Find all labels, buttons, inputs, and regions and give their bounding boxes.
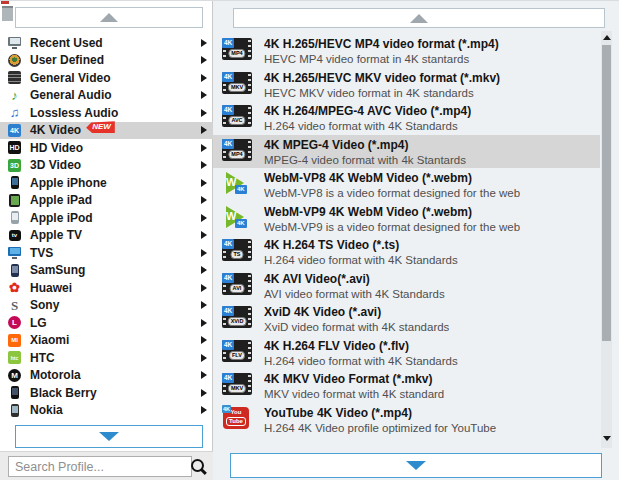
category-label: Apple iPhone bbox=[30, 176, 107, 190]
motorola-icon: M bbox=[7, 368, 22, 383]
format-subtitle: XviD video format with 4K standards bbox=[264, 320, 449, 334]
format-scroll-down-button[interactable] bbox=[230, 453, 602, 478]
scrollbar[interactable] bbox=[601, 31, 612, 448]
category-scroll-down-button[interactable] bbox=[15, 425, 203, 448]
category-item-general-video[interactable]: General Video bbox=[0, 69, 213, 87]
format-panel: 4KMP44K H.265/HEVC MP4 video format (*.m… bbox=[213, 1, 619, 480]
search-input[interactable] bbox=[8, 456, 192, 477]
4k-video-icon: 4K bbox=[7, 123, 22, 138]
format-subtitle: HEVC MKV video format in 4K standards bbox=[264, 86, 500, 100]
chevron-down-icon bbox=[406, 461, 426, 470]
format-item-4k-h-264-ts-video-ts[interactable]: 4KTS4K H.264 TS Video (*.ts)H.264 video … bbox=[213, 235, 600, 269]
category-item-apple-iphone[interactable]: Apple iPhone bbox=[0, 174, 213, 192]
category-item-lossless-audio[interactable]: ♫Lossless Audio bbox=[0, 104, 213, 122]
expand-arrow-icon bbox=[201, 161, 207, 169]
category-label: 4K Video bbox=[30, 123, 81, 137]
category-item-general-audio[interactable]: ♪General Audio bbox=[0, 87, 213, 105]
apple-iphone-icon bbox=[7, 175, 22, 190]
format-item-4k-h-264-mpeg-4-avc-video-mp4[interactable]: 4KAVC4K H.264/MPEG-4 AVC Video (*.mp4)H.… bbox=[213, 101, 600, 135]
format-title: WebM-VP8 4K WebM Video (*.webm) bbox=[264, 170, 520, 186]
format-scroll-up-button[interactable] bbox=[233, 8, 605, 28]
category-item-lg[interactable]: LLG bbox=[0, 314, 213, 332]
category-item-apple-ipad[interactable]: Apple iPad bbox=[0, 192, 213, 210]
format-item-4k-mkv-video-format-mkv[interactable]: 4KMKV4K MKV Video Format (*.mkv)MKV vide… bbox=[213, 369, 600, 403]
category-item-tvs[interactable]: TVS bbox=[0, 244, 213, 262]
category-item-samsung[interactable]: SamSung bbox=[0, 262, 213, 280]
search-icon[interactable] bbox=[191, 459, 204, 472]
film-strip-4k-icon: 4KFLV bbox=[222, 340, 254, 364]
category-item-apple-tv[interactable]: tvApple TV bbox=[0, 227, 213, 245]
format-item-4k-avi-video-avi[interactable]: 4KAVI4K AVI Video(*.avi)AVI video format… bbox=[213, 269, 600, 303]
film-strip-4k-icon: 4KMKV bbox=[222, 373, 254, 397]
expand-arrow-icon bbox=[201, 319, 207, 327]
category-item-user-defined[interactable]: User Defined bbox=[0, 52, 213, 70]
category-label: Motorola bbox=[30, 368, 81, 382]
category-item-4k-video[interactable]: 4K4K VideoNEW bbox=[0, 122, 213, 140]
format-item-4k-mpeg-4-video-mp4[interactable]: 4KMP44K MPEG-4 Video (*.mp4)MPEG-4 video… bbox=[213, 135, 600, 169]
category-item-hd-video[interactable]: HDHD Video bbox=[0, 139, 213, 157]
scrollbar-up-arrow[interactable] bbox=[601, 31, 612, 43]
format-item-webm-vp8-4k-webm-video-webm[interactable]: W4KWebM-VP8 4K WebM Video (*.webm)WebM-V… bbox=[213, 168, 600, 202]
expand-arrow-icon bbox=[201, 284, 207, 292]
chevron-down-icon bbox=[99, 432, 119, 441]
expand-arrow-icon bbox=[201, 144, 207, 152]
expand-arrow-icon bbox=[201, 126, 207, 134]
nokia-icon bbox=[7, 403, 22, 418]
category-item-xiaomi[interactable]: MIXiaomi bbox=[0, 332, 213, 350]
category-item-black-berry[interactable]: Black Berry bbox=[0, 384, 213, 402]
apple-ipod-icon bbox=[7, 210, 22, 225]
hd-video-icon: HD bbox=[7, 140, 22, 155]
apple-ipad-icon bbox=[7, 193, 22, 208]
format-item-webm-vp9-4k-webm-video-webm[interactable]: W4KWebM-VP9 4K WebM Video (*.webm)WebM-V… bbox=[213, 202, 600, 236]
format-title: 4K AVI Video(*.avi) bbox=[264, 271, 445, 287]
category-label: Black Berry bbox=[30, 386, 97, 400]
film-strip-4k-icon: 4KXViD bbox=[222, 306, 254, 330]
format-subtitle: H.264 4K Video profile optimized for You… bbox=[264, 421, 496, 435]
expand-arrow-icon bbox=[201, 231, 207, 239]
expand-arrow-icon bbox=[201, 196, 207, 204]
expand-arrow-icon bbox=[201, 179, 207, 187]
expand-arrow-icon bbox=[201, 56, 207, 64]
category-item-nokia[interactable]: Nokia bbox=[0, 402, 213, 420]
sony-icon: S bbox=[7, 298, 22, 313]
category-item-apple-ipod[interactable]: Apple iPod bbox=[0, 209, 213, 227]
scrollbar-thumb[interactable] bbox=[602, 45, 611, 341]
category-label: User Defined bbox=[30, 53, 104, 67]
format-subtitle: MPEG-4 video format with 4k Stantards bbox=[264, 153, 466, 167]
black-berry-icon bbox=[7, 385, 22, 400]
expand-arrow-icon bbox=[201, 214, 207, 222]
category-label: Apple iPod bbox=[30, 211, 93, 225]
expand-arrow-icon bbox=[201, 389, 207, 397]
lossless-audio-icon: ♫ bbox=[7, 105, 22, 120]
expand-arrow-icon bbox=[201, 266, 207, 274]
format-list: 4KMP44K H.265/HEVC MP4 video format (*.m… bbox=[213, 34, 600, 436]
format-subtitle: MKV video format with 4K standard bbox=[264, 387, 444, 401]
format-item-xvid-4k-video-avi[interactable]: 4KXViDXviD 4K Video (*.avi)XviD video fo… bbox=[213, 302, 600, 336]
format-subtitle: WebM-VP8 is a video format designed for … bbox=[264, 186, 520, 200]
samsung-icon bbox=[7, 263, 22, 278]
category-label: HD Video bbox=[30, 141, 83, 155]
category-item-htc[interactable]: htcHTC bbox=[0, 349, 213, 367]
category-item-motorola[interactable]: MMotorola bbox=[0, 367, 213, 385]
format-item-4k-h-265-hevc-mp4-video-format-mp4[interactable]: 4KMP44K H.265/HEVC MP4 video format (*.m… bbox=[213, 34, 600, 68]
film-strip-4k-icon: 4KMP4 bbox=[222, 38, 254, 62]
expand-arrow-icon bbox=[201, 109, 207, 117]
scrollbar-down-arrow[interactable] bbox=[601, 431, 612, 445]
format-item-youtube-4k-video-mp4[interactable]: YouTube4KYouTube 4K Video (*.mp4)H.264 4… bbox=[213, 403, 600, 437]
format-item-4k-h-265-hevc-mkv-video-format-mkv[interactable]: 4KMKV4K H.265/HEVC MKV video format (*.m… bbox=[213, 68, 600, 102]
category-label: Huawei bbox=[30, 281, 72, 295]
category-item-huawei[interactable]: ✿Huawei bbox=[0, 279, 213, 297]
format-title: 4K MPEG-4 Video (*.mp4) bbox=[264, 137, 466, 153]
category-item-sony[interactable]: SSony bbox=[0, 297, 213, 315]
webm-4k-icon: W4K bbox=[222, 172, 254, 196]
search-bar bbox=[0, 451, 213, 480]
film-strip-4k-icon: 4KAVI bbox=[222, 273, 254, 297]
expand-arrow-icon bbox=[201, 249, 207, 257]
category-item-3d-video[interactable]: 3D3D Video bbox=[0, 157, 213, 175]
format-item-4k-h-264-flv-video-flv[interactable]: 4KFLV4K H.264 FLV Video (*.flv)H.264 vid… bbox=[213, 336, 600, 370]
category-label: Recent Used bbox=[30, 36, 103, 50]
expand-arrow-icon bbox=[201, 91, 207, 99]
expand-arrow-icon bbox=[201, 301, 207, 309]
category-scroll-up-button[interactable] bbox=[15, 7, 203, 28]
category-item-recent-used[interactable]: Recent Used bbox=[0, 34, 213, 52]
